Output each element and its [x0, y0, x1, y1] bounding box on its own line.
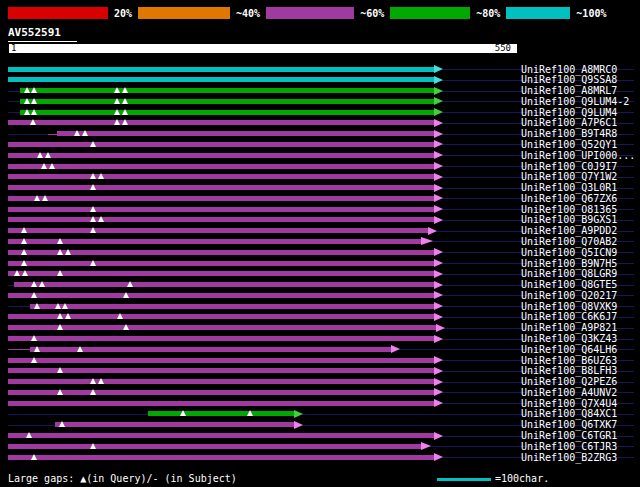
hit-label[interactable]: UniRef100_A8MRC0 [521, 65, 617, 75]
hit-label[interactable]: UniRef100_Q7Y1W2 [521, 172, 617, 182]
hit-label[interactable]: UniRef100_B2ZRG3 [521, 453, 617, 463]
hit-label[interactable]: UniRef100_Q3KZ43 [521, 334, 617, 344]
hit-label[interactable]: UniRef100_Q52QY1 [521, 140, 617, 150]
hit-label[interactable]: UniRef100_UPI000... [521, 151, 635, 161]
hit-label[interactable]: UniRef100_B9GXS1 [521, 215, 617, 225]
hit-label[interactable]: UniRef100_Q67ZX6 [521, 194, 617, 204]
hit-label[interactable]: UniRef100_C6TJR3 [521, 442, 617, 452]
hit-label[interactable]: UniRef100_Q84XC1 [521, 409, 617, 419]
hit-label[interactable]: UniRef100_Q5ICN9 [521, 248, 617, 258]
hit-label[interactable]: UniRef100_A7P6C1 [521, 118, 617, 128]
hit-label[interactable]: UniRef100_Q8GTE5 [521, 280, 617, 290]
hit-label[interactable]: UniRef100_Q7X4U4 [521, 399, 617, 409]
hit-label[interactable]: UniRef100_B9T4R8 [521, 129, 617, 139]
hit-label[interactable]: UniRef100_Q8VXK9 [521, 302, 617, 312]
hit-label[interactable]: UniRef100_Q9LUM4 [521, 108, 617, 118]
hit-label[interactable]: UniRef100_Q9SSA8 [521, 75, 617, 85]
scalebar-label: =100char. [495, 473, 549, 484]
hit-label[interactable]: UniRef100_A9PDD2 [521, 226, 617, 236]
hit-label[interactable]: UniRef100_Q8LGR9 [521, 269, 617, 279]
hit-label[interactable]: UniRef100_C6K6J7 [521, 312, 617, 322]
large-gaps-legend: Large gaps: ▲(in Query)/- (in Subject) [8, 473, 237, 484]
hit-label[interactable]: UniRef100_A9P821 [521, 323, 617, 333]
hit-label[interactable]: UniRef100_B9N7H5 [521, 259, 617, 269]
hit-labels-column: UniRef100_A8MRC0UniRef100_Q9SSA8UniRef10… [0, 0, 640, 487]
hit-label[interactable]: UniRef100_A4UNV2 [521, 388, 617, 398]
blast-alignment-overview: 20%~40%~60%~80%~100% AV552591 1 550 UniR… [0, 0, 640, 487]
hit-label[interactable]: UniRef100_O81365 [521, 205, 617, 215]
hit-label[interactable]: UniRef100_Q2PEZ6 [521, 377, 617, 387]
hit-label[interactable]: UniRef100_Q6TXK7 [521, 420, 617, 430]
hit-label[interactable]: UniRef100_B8LFH3 [521, 366, 617, 376]
hit-label[interactable]: UniRef100_Q70AB2 [521, 237, 617, 247]
scalebar-line [437, 478, 491, 481]
hit-label[interactable]: UniRef100_Q9LUM4-2 [521, 97, 629, 107]
hit-label[interactable]: UniRef100_C0J9I7 [521, 162, 617, 172]
hit-label[interactable]: UniRef100_B6UZ63 [521, 356, 617, 366]
hit-label[interactable]: UniRef100_Q3L0R1 [521, 183, 617, 193]
hit-label[interactable]: UniRef100_Q64LH6 [521, 345, 617, 355]
hit-label[interactable]: UniRef100_C6TGR1 [521, 431, 617, 441]
hit-label[interactable]: UniRef100_A8MRL7 [521, 86, 617, 96]
hit-label[interactable]: UniRef100_Q20217 [521, 291, 617, 301]
